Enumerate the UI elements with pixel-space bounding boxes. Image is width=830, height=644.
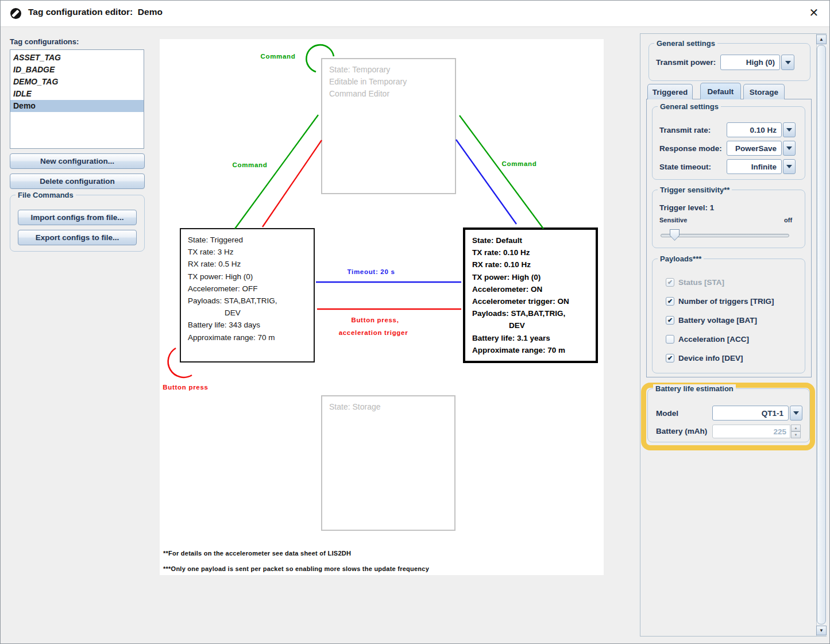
trigger-sensitivity-title: Trigger sensitivity** <box>658 186 732 194</box>
state-timeout-select[interactable]: Infinite <box>727 159 782 174</box>
checkbox-battery-voltage-label: Battery voltage [BAT] <box>678 316 757 325</box>
state-box-storage[interactable]: State: Storage <box>321 395 455 531</box>
command-label-right: Command <box>501 160 536 167</box>
check-icon: ✔ <box>667 279 673 286</box>
transmit-power-dropdown-button[interactable] <box>781 55 794 70</box>
command-arrow-triggered-to-temporary <box>235 115 318 229</box>
checkbox-status-sta: ✔ <box>666 278 674 287</box>
spinner-up-icon[interactable]: ▲ <box>791 425 801 431</box>
list-item-demo-tag[interactable]: DEMO_TAG <box>10 76 144 88</box>
import-configs-button[interactable]: Import configs from file... <box>18 210 137 225</box>
transmit-power-select[interactable]: High (0) <box>720 55 780 70</box>
chevron-down-icon <box>786 128 792 132</box>
battery-mah-spinner: ▲ ▼ <box>791 425 801 438</box>
state-timeout-dropdown-button[interactable] <box>783 159 796 174</box>
model-label: Model <box>656 409 678 418</box>
response-mode-select[interactable]: PowerSave <box>727 141 782 156</box>
state-timeout-label: State timeout: <box>659 163 711 171</box>
state-box-triggered[interactable]: State: Triggered TX rate: 3 Hz RX rate: … <box>180 228 315 363</box>
command-label-top: Command <box>260 53 295 60</box>
tab-triggered[interactable]: Triggered <box>647 84 693 99</box>
tab-general-settings-title: General settings <box>658 102 721 111</box>
scroll-down-icon[interactable]: ▼ <box>816 626 827 635</box>
tab-default[interactable]: Default <box>700 83 741 99</box>
chevron-down-icon <box>786 146 792 150</box>
battery-mah-field: 225 <box>712 425 790 438</box>
state-diagram-canvas: State: Temporary Editable in Temporary C… <box>160 39 604 575</box>
title-bar: Tag configuration editor: Demo ✕ <box>1 1 829 27</box>
window-title: Tag configuration editor: Demo <box>28 7 163 17</box>
check-icon: ✔ <box>667 355 673 361</box>
button-press-loop-label: Button press <box>163 384 208 391</box>
list-item-id-badge[interactable]: ID_BADGE <box>10 64 144 76</box>
panel-scrollbar-thumb[interactable] <box>817 45 826 624</box>
arrow-temporary-to-triggered <box>262 140 322 227</box>
chevron-down-icon <box>793 411 799 415</box>
command-label-left: Command <box>232 161 267 168</box>
close-icon[interactable]: ✕ <box>806 5 821 20</box>
settings-panel: General settings Transmit power: High (0… <box>640 33 827 637</box>
button-press-label-1: Button press, <box>351 317 399 323</box>
footnote-payload: ***Only one payload is sent per packet s… <box>163 565 429 572</box>
new-configuration-button[interactable]: New configuration... <box>10 153 145 169</box>
battery-mah-label: Battery (mAh) <box>656 427 707 435</box>
file-commands-title: File Commands <box>16 191 76 199</box>
list-item-asset-tag[interactable]: ASSET_TAG <box>10 52 144 64</box>
transmit-rate-dropdown-button[interactable] <box>783 122 796 137</box>
response-mode-dropdown-button[interactable] <box>783 141 796 156</box>
response-mode-label: Response mode: <box>659 144 722 153</box>
footnote-accelerometer: **For details on the accelerometer see d… <box>163 550 351 557</box>
transmit-power-label: Transmit power: <box>656 58 716 67</box>
trigger-level-slider-track[interactable] <box>661 234 789 237</box>
general-settings-title: General settings <box>654 39 717 48</box>
tag-config-editor-window: Tag configuration editor: Demo ✕ Tag con… <box>0 0 830 644</box>
tab-storage[interactable]: Storage <box>743 84 785 99</box>
checkbox-device-info-label: Device info [DEV] <box>678 354 743 363</box>
chevron-down-icon <box>786 165 792 168</box>
check-icon: ✔ <box>667 317 673 323</box>
checkbox-device-info[interactable]: ✔ <box>666 354 674 363</box>
battery-life-title: Battery life estimation <box>653 384 736 393</box>
command-arrow-default-to-temporary <box>460 115 543 229</box>
checkbox-number-of-triggers[interactable]: ✔ <box>666 297 674 306</box>
slider-max-label: off <box>784 217 792 223</box>
model-select[interactable]: QT1-1 <box>712 406 789 421</box>
timeout-label: Timeout: 20 s <box>347 268 395 275</box>
checkbox-number-of-triggers-label: Number of triggers [TRIG] <box>678 297 774 306</box>
state-box-temporary[interactable]: State: Temporary Editable in Temporary C… <box>321 58 456 194</box>
checkbox-battery-voltage[interactable]: ✔ <box>666 316 674 325</box>
model-dropdown-button[interactable] <box>790 406 802 421</box>
chevron-down-icon <box>785 61 791 64</box>
state-box-default[interactable]: State: Default TX rate: 0.10 Hz RX rate:… <box>463 227 598 363</box>
spinner-down-icon[interactable]: ▼ <box>791 431 801 438</box>
checkbox-acceleration[interactable] <box>666 335 674 344</box>
list-item-demo-selected[interactable]: Demo <box>10 100 144 112</box>
app-icon <box>10 8 21 19</box>
list-item-idle[interactable]: IDLE <box>10 88 144 100</box>
config-list-heading: Tag configurations: <box>10 37 79 46</box>
button-press-label-2: acceleration trigger <box>339 329 408 336</box>
scroll-up-icon[interactable]: ▲ <box>816 34 827 44</box>
checkbox-acceleration-label: Acceleration [ACC] <box>678 335 749 344</box>
check-icon: ✔ <box>667 298 673 304</box>
checkbox-status-sta-label: Status [STA] <box>678 278 724 287</box>
transmit-rate-select[interactable]: 0.10 Hz <box>727 122 782 137</box>
trigger-level-label: Trigger level: 1 <box>659 203 714 212</box>
delete-configuration-button[interactable]: Delete configuration <box>10 173 145 189</box>
export-configs-button[interactable]: Export configs to file... <box>18 230 137 245</box>
transmit-rate-label: Transmit rate: <box>659 126 711 134</box>
slider-min-label: Sensitive <box>659 217 687 223</box>
arrow-temporary-to-default <box>456 140 516 224</box>
config-list: ASSET_TAG ID_BADGE DEMO_TAG IDLE Demo <box>10 49 144 149</box>
payloads-title: Payloads*** <box>658 254 704 263</box>
